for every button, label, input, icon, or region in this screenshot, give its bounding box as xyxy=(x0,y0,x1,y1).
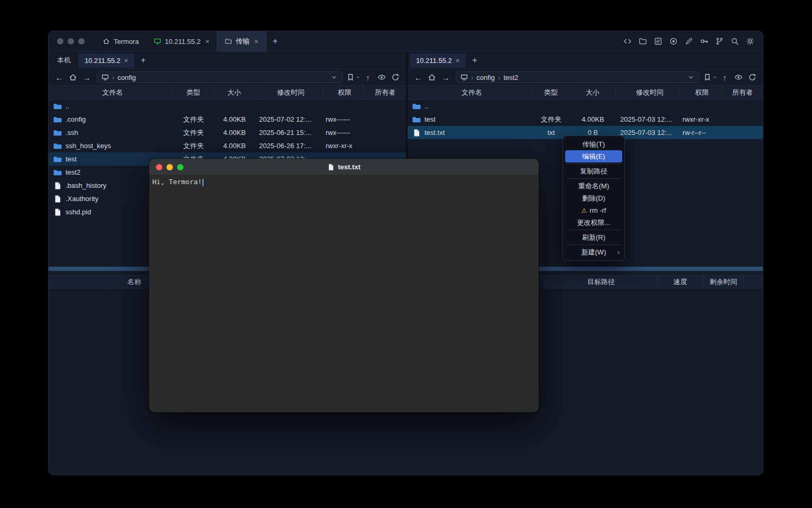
menu-item-delete[interactable]: 删除(D) xyxy=(565,192,622,204)
code-icon[interactable] xyxy=(623,37,632,46)
key-icon[interactable] xyxy=(700,37,708,46)
record-icon[interactable] xyxy=(669,37,678,46)
host-icon xyxy=(460,74,468,81)
branch-icon[interactable] xyxy=(715,37,724,46)
pane-tab-local[interactable]: 本机 xyxy=(51,53,77,68)
editor-titlebar[interactable]: test.txt xyxy=(149,159,539,176)
home-button[interactable] xyxy=(67,71,79,84)
zoom-button[interactable] xyxy=(78,38,85,44)
show-hidden-button[interactable] xyxy=(375,71,388,84)
close-tab-icon[interactable]: × xyxy=(205,38,209,46)
file-type xyxy=(532,99,570,113)
chevron-down-icon[interactable] xyxy=(330,74,338,81)
zoom-button[interactable] xyxy=(177,164,183,170)
menu-item-transfer[interactable]: 传输(T) xyxy=(565,138,622,150)
back-button[interactable]: ← xyxy=(53,71,66,84)
close-tab-icon[interactable]: × xyxy=(124,57,128,65)
column-header-name[interactable]: 文件名 xyxy=(49,86,172,99)
bookmark-button[interactable] xyxy=(346,71,361,84)
tab-transfer[interactable]: 传输 × xyxy=(217,31,266,51)
file-modified: 2025-06-26 17:... xyxy=(254,139,323,152)
path-segment[interactable]: config xyxy=(117,74,136,81)
right-toolbar: ← → › config › test2 ↑ xyxy=(408,69,763,85)
file-modified: 2025-06-21 15:... xyxy=(254,126,323,139)
column-header-type[interactable]: 类型 xyxy=(532,86,570,99)
folder-icon[interactable] xyxy=(639,37,647,46)
table-row[interactable]: .ssh 文件夹 4.00KB 2025-06-21 15:... rwx---… xyxy=(49,126,406,139)
column-header-perms[interactable]: 权限 xyxy=(323,86,364,99)
refresh-button[interactable] xyxy=(746,71,759,84)
menu-item-chmod[interactable]: 更改权限... xyxy=(565,216,622,229)
forward-button[interactable]: → xyxy=(439,71,452,84)
menu-item-rm-rf[interactable]: ⚠rm -rf xyxy=(565,204,622,216)
folder-icon xyxy=(225,38,232,45)
table-row[interactable]: test 文件夹 4.00KB 2025-07-03 12:... rwxr-x… xyxy=(408,113,763,126)
search-icon[interactable] xyxy=(731,37,739,46)
column-header-name[interactable]: 文件名 xyxy=(408,86,532,99)
tab-label: 传输 xyxy=(236,37,250,46)
file-name: .. xyxy=(425,102,428,110)
tab-host[interactable]: 10.211.55.2 × xyxy=(146,31,217,51)
path-segment[interactable]: config xyxy=(476,74,495,81)
text-cursor xyxy=(202,179,204,186)
close-tab-icon[interactable]: × xyxy=(254,38,259,46)
file-icon xyxy=(53,208,62,216)
new-pane-tab-button[interactable]: + xyxy=(467,56,482,65)
column-header-eta[interactable]: 剩余时间 xyxy=(704,276,744,288)
table-row[interactable]: .. xyxy=(49,99,406,113)
path-bar[interactable]: › config › test2 xyxy=(456,71,699,83)
home-button[interactable] xyxy=(426,71,438,84)
close-button[interactable] xyxy=(57,38,63,44)
path-bar[interactable]: › config xyxy=(97,71,343,83)
new-pane-tab-button[interactable]: + xyxy=(135,56,151,65)
forward-button[interactable]: → xyxy=(80,71,93,84)
column-header-perms[interactable]: 权限 xyxy=(680,86,722,99)
pane-tab-remote[interactable]: 10.211.55.2 × xyxy=(410,53,466,68)
edit-icon[interactable] xyxy=(685,37,693,46)
column-header-owner[interactable]: 所有者 xyxy=(364,86,406,99)
chevron-down-icon[interactable] xyxy=(687,74,695,81)
column-header-modified[interactable]: 修改时间 xyxy=(615,86,680,99)
table-row[interactable]: .. xyxy=(408,99,763,113)
menu-item-edit[interactable]: 编辑(E) xyxy=(565,150,622,162)
column-header-destination[interactable]: 目标路径 xyxy=(545,276,658,288)
menu-item-copy-path[interactable]: 复制路径 xyxy=(565,165,622,177)
minimize-button[interactable] xyxy=(68,38,74,44)
log-icon[interactable] xyxy=(654,37,662,46)
column-header-owner[interactable]: 所有者 xyxy=(722,86,763,99)
close-button[interactable] xyxy=(156,164,162,170)
back-button[interactable]: ← xyxy=(412,71,425,84)
tab-termora[interactable]: Termora xyxy=(95,31,146,51)
new-tab-button[interactable]: + xyxy=(266,36,284,47)
path-segment[interactable]: test2 xyxy=(503,74,518,81)
table-row[interactable]: .config 文件夹 4.00KB 2025-07-02 12:... rwx… xyxy=(49,113,406,126)
column-header-size[interactable]: 大小 xyxy=(215,86,254,99)
host-icon xyxy=(102,74,109,81)
editor-content[interactable]: Hi, Termora! xyxy=(149,176,539,188)
upload-button[interactable]: ↑ xyxy=(362,71,374,84)
column-header-type[interactable]: 类型 xyxy=(172,86,215,99)
refresh-button[interactable] xyxy=(389,71,402,84)
bookmark-button[interactable] xyxy=(703,71,717,84)
host-icon xyxy=(154,38,161,45)
folder-icon xyxy=(412,115,421,124)
menu-item-new[interactable]: 新建(W)› xyxy=(565,246,622,258)
left-pane-tabs: 本机 10.211.55.2 × + xyxy=(49,52,406,69)
file-owner xyxy=(722,113,763,126)
column-header-modified[interactable]: 修改时间 xyxy=(254,86,323,99)
column-header-size[interactable]: 大小 xyxy=(570,86,615,99)
folder-icon xyxy=(412,102,421,111)
settings-icon[interactable] xyxy=(746,37,754,46)
file-owner xyxy=(722,99,763,113)
minimize-button[interactable] xyxy=(167,164,173,170)
menu-item-rename[interactable]: 重命名(M) xyxy=(565,180,622,192)
table-row[interactable]: ssh_host_keys 文件夹 4.00KB 2025-06-26 17:.… xyxy=(49,139,406,152)
file-modified: 2025-07-03 12:... xyxy=(615,126,680,139)
close-tab-icon[interactable]: × xyxy=(456,57,460,65)
column-header-speed[interactable]: 速度 xyxy=(658,276,704,288)
menu-item-refresh[interactable]: 刷新(R) xyxy=(565,231,622,243)
pane-tab-remote[interactable]: 10.211.55.2 × xyxy=(78,53,134,68)
upload-button[interactable]: ↑ xyxy=(718,71,731,84)
editor-window: test.txt Hi, Termora! xyxy=(149,159,539,412)
show-hidden-button[interactable] xyxy=(732,71,745,84)
